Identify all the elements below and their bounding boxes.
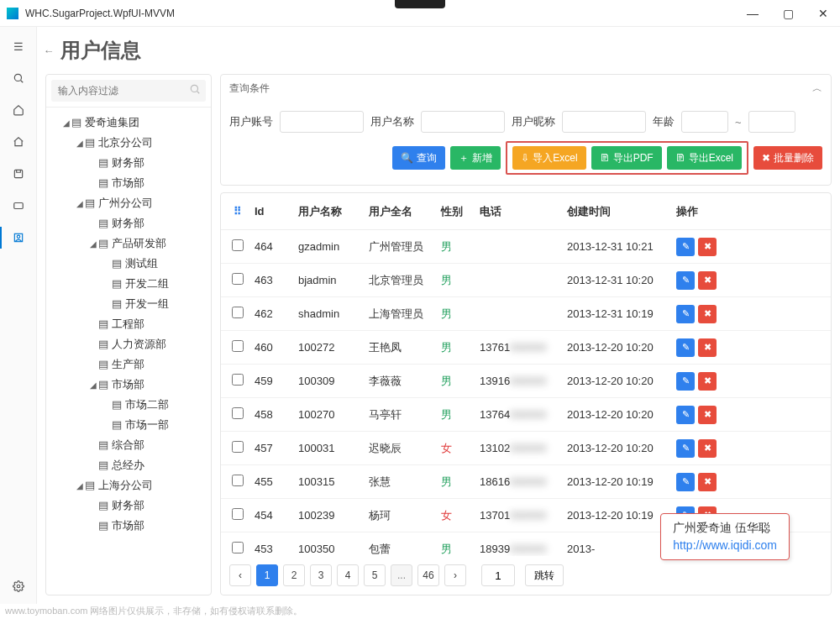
- cell-op: ✎✖: [676, 338, 740, 357]
- page-jump-button[interactable]: 跳转: [525, 564, 564, 586]
- page-number[interactable]: 1: [256, 564, 278, 586]
- delete-button[interactable]: ✖: [698, 473, 717, 491]
- batch-delete-button[interactable]: ✖批量删除: [753, 146, 822, 170]
- import-excel-button[interactable]: ⇩导入Excel: [512, 146, 585, 170]
- tree-node[interactable]: ▤人力资源部: [50, 334, 207, 354]
- page-number[interactable]: 4: [337, 564, 359, 586]
- tree-node[interactable]: ▤财务部: [50, 213, 207, 233]
- page-input[interactable]: [481, 564, 515, 586]
- search-icon[interactable]: [11, 71, 26, 86]
- page-prev[interactable]: ‹: [229, 564, 251, 586]
- input-age-to[interactable]: [748, 111, 795, 133]
- save-icon[interactable]: [11, 166, 26, 181]
- edit-button[interactable]: ✎: [676, 439, 695, 458]
- cell-fullname: 北京管理员: [369, 273, 441, 288]
- row-checkbox[interactable]: [232, 441, 244, 453]
- tree-node[interactable]: ◢▤上海分公司: [50, 475, 207, 496]
- th-op: 操作: [676, 204, 740, 219]
- tree-node[interactable]: ◢▤市场部: [50, 375, 207, 395]
- row-checkbox[interactable]: [232, 374, 244, 386]
- minimize-button[interactable]: —: [743, 7, 763, 20]
- tree-node[interactable]: ▤市场一部: [50, 415, 207, 435]
- page-number[interactable]: 5: [364, 564, 386, 586]
- edit-button[interactable]: ✎: [676, 238, 695, 256]
- cell-time: 2013-12-31 10:19: [567, 307, 676, 320]
- export-excel-button[interactable]: 🖹导出Excel: [667, 146, 742, 170]
- tree-node[interactable]: ▤财务部: [50, 153, 207, 173]
- grid-icon[interactable]: ⠿: [221, 205, 255, 218]
- edit-button[interactable]: ✎: [676, 305, 695, 323]
- home-icon[interactable]: [11, 102, 26, 118]
- tree-node[interactable]: ▤工程部: [50, 314, 207, 334]
- row-checkbox[interactable]: [232, 508, 244, 520]
- cell-id: 464: [255, 240, 298, 253]
- tree-node[interactable]: ▤市场二部: [50, 395, 207, 415]
- add-button[interactable]: ＋新增: [450, 146, 501, 170]
- close-button[interactable]: ✕: [813, 7, 833, 20]
- delete-button[interactable]: ✖: [698, 338, 717, 357]
- delete-button[interactable]: ✖: [698, 238, 717, 256]
- row-checkbox[interactable]: [232, 273, 244, 285]
- cell-sex: 男: [441, 407, 480, 422]
- tree-node[interactable]: ◢▤北京分公司: [50, 133, 207, 153]
- maximize-button[interactable]: ▢: [778, 7, 798, 20]
- search-button[interactable]: 🔍查询: [392, 146, 445, 170]
- page-next[interactable]: ›: [444, 564, 466, 586]
- delete-button[interactable]: ✖: [698, 406, 717, 424]
- edit-button[interactable]: ✎: [676, 271, 695, 290]
- app-icon: [7, 8, 18, 19]
- dashboard-icon[interactable]: [11, 134, 26, 150]
- page-number[interactable]: 46: [417, 564, 439, 586]
- settings-icon[interactable]: [11, 579, 26, 594]
- tree-node[interactable]: ▤综合部: [50, 435, 207, 455]
- row-checkbox[interactable]: [232, 239, 244, 251]
- tree-node[interactable]: ◢▤广州分公司: [50, 193, 207, 213]
- tree-node[interactable]: ▤生产部: [50, 354, 207, 375]
- label-age: 年龄: [653, 114, 675, 129]
- tree-search-input[interactable]: [51, 80, 206, 102]
- tree-label: 财务部: [112, 217, 144, 229]
- row-checkbox[interactable]: [232, 407, 244, 419]
- input-account[interactable]: [280, 111, 364, 133]
- filter-panel: 查询条件 ︿ 用户账号 用户名称 用户昵称 年龄: [220, 74, 832, 186]
- tree-node[interactable]: ▤测试组: [50, 254, 207, 274]
- delete-button[interactable]: ✖: [698, 439, 717, 458]
- row-checkbox[interactable]: [232, 542, 244, 553]
- input-nick[interactable]: [562, 111, 646, 133]
- page-number[interactable]: 2: [283, 564, 305, 586]
- tree-node[interactable]: ▤总经办: [50, 455, 207, 475]
- users-icon[interactable]: [11, 230, 26, 245]
- cell-id: 455: [255, 475, 298, 488]
- edit-button[interactable]: ✎: [676, 372, 695, 391]
- menu-icon[interactable]: ☰: [11, 39, 26, 54]
- page-number[interactable]: 3: [310, 564, 332, 586]
- tree-node[interactable]: ◢▤产品研发部: [50, 233, 207, 254]
- edit-button[interactable]: ✎: [676, 473, 695, 491]
- edit-button[interactable]: ✎: [676, 338, 695, 357]
- delete-button[interactable]: ✖: [698, 271, 717, 290]
- row-checkbox[interactable]: [232, 340, 244, 352]
- tree-node[interactable]: ▤市场部: [50, 516, 207, 536]
- tree-node[interactable]: ◢▤爱奇迪集团: [50, 113, 207, 133]
- doc-icon: ▤: [98, 459, 108, 471]
- tree-node[interactable]: ▤市场部: [50, 173, 207, 193]
- edit-button[interactable]: ✎: [676, 406, 695, 424]
- tree-panel: ◢▤爱奇迪集团◢▤北京分公司▤财务部▤市场部◢▤广州分公司▤财务部◢▤产品研发部…: [45, 74, 212, 595]
- tree-node[interactable]: ▤开发二组: [50, 274, 207, 294]
- tree-node[interactable]: ▤财务部: [50, 496, 207, 516]
- export-pdf-button[interactable]: 🖹导出PDF: [591, 146, 662, 170]
- tree-node[interactable]: ▤开发一组: [50, 294, 207, 314]
- doc-icon: ▤: [98, 156, 108, 169]
- cell-username: gzadmin: [298, 240, 369, 253]
- input-age-from[interactable]: [681, 111, 728, 133]
- delete-button[interactable]: ✖: [698, 305, 717, 323]
- filter-header[interactable]: 查询条件 ︿: [221, 75, 831, 102]
- input-name[interactable]: [421, 111, 505, 133]
- row-checkbox[interactable]: [232, 307, 244, 318]
- row-checkbox[interactable]: [232, 475, 244, 486]
- screen-icon[interactable]: [11, 198, 26, 213]
- callout-link[interactable]: http://www.iqidi.com: [673, 538, 777, 552]
- delete-button[interactable]: ✖: [698, 372, 717, 391]
- back-button[interactable]: ←: [37, 45, 60, 57]
- table-row: 464gzadmin广州管理员男2013-12-31 10:21✎✖: [221, 230, 831, 264]
